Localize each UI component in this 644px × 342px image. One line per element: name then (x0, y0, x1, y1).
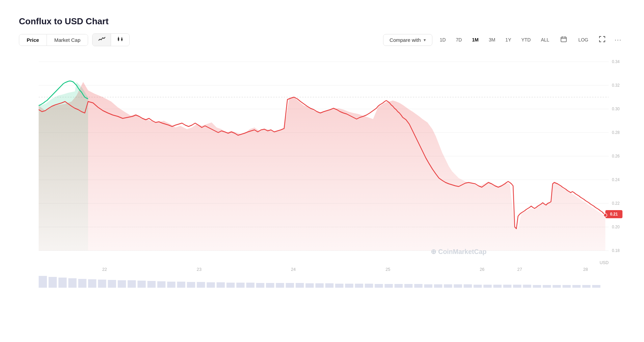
svg-rect-85 (533, 285, 541, 288)
svg-rect-59 (276, 283, 284, 288)
svg-rect-63 (315, 283, 323, 288)
period-1m-button[interactable]: 1M (467, 35, 483, 45)
svg-rect-72 (404, 284, 412, 288)
svg-text:USD: USD (599, 260, 609, 265)
toolbar-left: Price Market Cap (19, 33, 130, 46)
current-price-tag: 0.21 (610, 212, 618, 217)
svg-text:0.22: 0.22 (612, 201, 620, 206)
svg-text:0.26: 0.26 (612, 154, 620, 159)
svg-rect-39 (78, 279, 86, 288)
svg-rect-84 (523, 285, 531, 288)
svg-rect-41 (98, 280, 106, 288)
calendar-button[interactable] (557, 34, 571, 46)
svg-rect-87 (553, 285, 561, 288)
svg-rect-80 (483, 285, 491, 288)
svg-rect-74 (424, 284, 432, 288)
expand-button[interactable] (596, 34, 609, 46)
line-chart-button[interactable] (92, 34, 111, 46)
toolbar-right: Compare with ▾ 1D 7D 1M 3M 1Y YTD ALL (383, 34, 625, 46)
svg-rect-46 (147, 281, 156, 288)
svg-rect-4 (561, 37, 566, 42)
svg-rect-38 (68, 278, 76, 288)
svg-rect-68 (365, 284, 373, 288)
log-button[interactable]: LOG (573, 35, 593, 45)
svg-rect-45 (137, 281, 145, 288)
svg-rect-82 (503, 285, 511, 288)
svg-rect-73 (414, 284, 422, 288)
period-all-button[interactable]: ALL (536, 35, 554, 45)
svg-rect-67 (355, 284, 363, 288)
watermark-text: ⊕ CoinMarketCap (431, 248, 486, 255)
svg-rect-58 (266, 283, 274, 288)
svg-text:22: 22 (102, 267, 107, 272)
svg-text:28: 28 (583, 267, 588, 272)
svg-rect-62 (305, 283, 314, 288)
svg-rect-78 (464, 284, 472, 288)
price-tab[interactable]: Price (19, 34, 47, 46)
period-1d-button[interactable]: 1D (435, 35, 451, 45)
svg-rect-90 (582, 285, 590, 288)
svg-rect-65 (335, 284, 343, 288)
svg-rect-79 (474, 285, 482, 288)
svg-rect-47 (157, 281, 165, 288)
svg-rect-89 (572, 285, 581, 288)
chart-type-group (92, 33, 130, 46)
svg-rect-44 (128, 280, 136, 288)
svg-text:25: 25 (385, 267, 390, 272)
svg-rect-56 (246, 283, 254, 288)
toolbar: Price Market Cap (19, 33, 625, 46)
svg-text:0.32: 0.32 (612, 83, 620, 88)
svg-text:0.28: 0.28 (612, 130, 620, 135)
more-options-button[interactable]: ··· (611, 34, 625, 46)
svg-rect-91 (592, 285, 600, 288)
svg-text:0.24: 0.24 (612, 177, 620, 182)
svg-rect-77 (454, 284, 462, 288)
line-chart-icon (98, 36, 105, 42)
expand-icon (599, 36, 605, 42)
svg-text:0.34: 0.34 (612, 59, 620, 64)
chart-svg: 0.34 0.32 0.30 0.28 0.26 0.24 0.22 0.20 … (19, 52, 625, 294)
chart-area: 0.34 0.32 0.30 0.28 0.26 0.24 0.22 0.20 … (19, 52, 625, 294)
chart-container: Conflux to USD Chart Price Market Cap (11, 8, 633, 300)
svg-rect-48 (167, 282, 175, 288)
svg-rect-50 (187, 282, 195, 288)
compare-with-label: Compare with (390, 37, 421, 43)
period-3m-button[interactable]: 3M (484, 35, 500, 45)
svg-rect-81 (493, 285, 502, 288)
period-group: 1D 7D 1M 3M 1Y YTD ALL (435, 35, 554, 45)
svg-rect-60 (286, 283, 294, 288)
svg-rect-61 (296, 283, 304, 288)
svg-rect-49 (177, 282, 185, 288)
svg-rect-76 (444, 284, 452, 288)
svg-rect-88 (563, 285, 571, 288)
svg-rect-40 (88, 279, 96, 288)
candlestick-button[interactable] (111, 34, 129, 46)
tab-group: Price Market Cap (19, 34, 88, 46)
svg-rect-70 (384, 284, 393, 288)
svg-rect-57 (256, 283, 264, 288)
period-ytd-button[interactable]: YTD (516, 35, 535, 45)
svg-text:23: 23 (197, 267, 202, 272)
compare-with-button[interactable]: Compare with ▾ (383, 34, 432, 46)
chart-title: Conflux to USD Chart (19, 16, 625, 27)
svg-rect-54 (226, 283, 235, 288)
svg-rect-51 (197, 282, 205, 288)
svg-rect-35 (39, 276, 47, 288)
calendar-icon (561, 36, 567, 42)
svg-text:0.18: 0.18 (612, 248, 620, 253)
svg-rect-37 (58, 278, 66, 288)
svg-rect-64 (325, 283, 333, 288)
period-1y-button[interactable]: 1Y (501, 35, 516, 45)
svg-rect-43 (118, 280, 126, 288)
chevron-down-icon: ▾ (424, 37, 426, 42)
svg-point-93 (604, 213, 607, 217)
svg-rect-53 (217, 282, 225, 288)
svg-rect-75 (434, 284, 442, 288)
period-7d-button[interactable]: 7D (451, 35, 467, 45)
market-cap-tab[interactable]: Market Cap (47, 34, 88, 46)
svg-rect-83 (513, 285, 521, 288)
svg-text:0.20: 0.20 (612, 225, 620, 229)
svg-text:27: 27 (517, 267, 522, 272)
svg-rect-71 (395, 284, 403, 288)
svg-text:26: 26 (480, 267, 484, 272)
